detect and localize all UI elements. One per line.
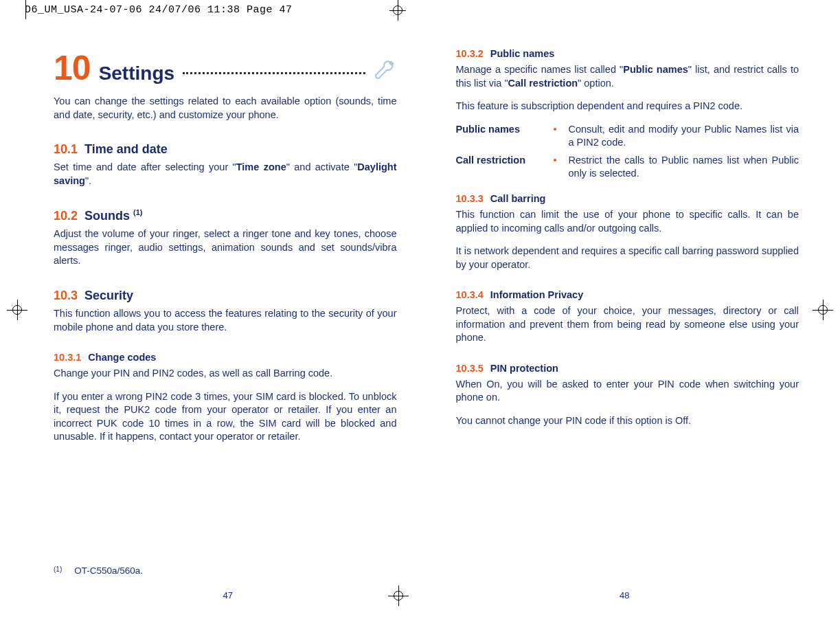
page-spread: 10 Settings You can change the settings … <box>54 48 799 576</box>
section-title: PIN protection <box>490 363 558 374</box>
section-10-3-3-p2: It is network dependent and requires a s… <box>456 245 799 271</box>
intro-paragraph: You can change the settings related to e… <box>54 95 397 122</box>
section-title: Security <box>84 289 133 302</box>
section-10-1-heading: 10.1Time and date <box>54 142 397 157</box>
section-10-1-body: Set time and date after selecting your "… <box>54 161 397 188</box>
term: Public names <box>456 123 545 150</box>
section-number: 10.3.2 <box>456 48 484 59</box>
page-47: 10 Settings You can change the settings … <box>54 48 402 576</box>
section-title: Public names <box>490 48 554 59</box>
section-number: 10.1 <box>54 142 78 156</box>
section-10-3-heading: 10.3Security <box>54 289 397 303</box>
print-slug: D6_UM_USA-24-07-06 24/07/06 11:38 Page 4… <box>25 4 293 16</box>
section-10-3-5-p2: You cannot change your PIN code if this … <box>456 414 799 428</box>
chapter-heading: 10 Settings <box>54 48 397 88</box>
section-number: 10.3.1 <box>54 352 81 363</box>
chapter-title: Settings <box>99 63 174 85</box>
section-10-3-3-heading: 10.3.3Call barring <box>456 193 799 204</box>
footnote: (1) OT-C550a/560a. <box>54 559 397 576</box>
section-10-3-1-heading: 10.3.1Change codes <box>54 352 397 363</box>
section-title: Call barring <box>490 193 546 204</box>
section-10-3-2-heading: 10.3.2Public names <box>456 48 799 59</box>
registration-mark-top <box>381 4 414 16</box>
section-number: 10.3.3 <box>456 193 484 204</box>
section-number: 10.3.5 <box>456 363 484 374</box>
page-48: 10.3.2Public names Manage a specific nam… <box>451 48 799 576</box>
bullet-icon: • <box>554 123 560 150</box>
registration-mark-bottom <box>388 585 409 606</box>
definition-public-names: Public names • Consult, edit and modify … <box>456 123 799 150</box>
section-10-2-heading: 10.2Sounds (1) <box>54 208 397 223</box>
term: Call restriction <box>456 154 545 181</box>
registration-mark-right <box>813 300 833 320</box>
section-10-3-1-p2: If you enter a wrong PIN2 code 3 times, … <box>54 390 397 444</box>
section-10-2-body: Adjust the volume of your ringer, select… <box>54 227 397 268</box>
bullet-icon: • <box>554 154 560 181</box>
definition-text: Restrict the calls to Public names list … <box>569 154 799 181</box>
footnote-text: OT-C550a/560a. <box>74 565 143 576</box>
section-title: Sounds <box>84 209 133 223</box>
section-10-3-body: This function allows you to access the f… <box>54 307 397 334</box>
section-10-3-5-p1: When On, you will be asked to enter your… <box>456 378 799 405</box>
footnote-marker: (1) <box>133 208 142 216</box>
section-10-3-1-p1: Change your PIN and PIN2 codes, as well … <box>54 367 397 381</box>
section-10-3-5-heading: 10.3.5PIN protection <box>456 363 799 374</box>
wrench-icon <box>374 59 397 82</box>
chapter-number: 10 <box>54 48 91 88</box>
section-title: Time and date <box>84 142 168 156</box>
leader-dots <box>183 72 365 74</box>
section-number: 10.2 <box>54 209 78 223</box>
section-10-3-3-p1: This function can limit the use of your … <box>456 208 799 235</box>
section-10-3-4-heading: 10.3.4Information Privacy <box>456 289 799 300</box>
section-10-3-2-p1: Manage a specific names list called "Pub… <box>456 63 799 90</box>
registration-mark-left <box>7 300 27 320</box>
page-number: 48 <box>620 590 629 601</box>
section-title: Change codes <box>88 352 156 363</box>
page-number: 47 <box>223 590 233 601</box>
section-title: Information Privacy <box>490 289 583 300</box>
footnote-mark: (1) <box>54 565 62 576</box>
definition-call-restriction: Call restriction • Restrict the calls to… <box>456 154 799 181</box>
section-10-3-4-body: Protect, with a code of your choice, you… <box>456 304 799 345</box>
section-number: 10.3 <box>54 289 78 302</box>
section-10-3-2-p2: This feature is subscription dependent a… <box>456 100 799 113</box>
definition-text: Consult, edit and modify your Public Nam… <box>569 123 799 150</box>
section-number: 10.3.4 <box>456 289 484 300</box>
